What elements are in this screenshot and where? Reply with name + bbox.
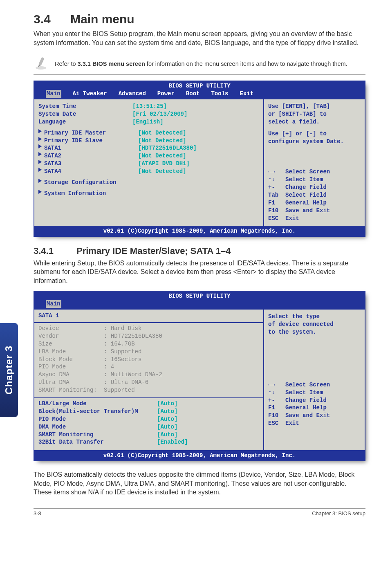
svg-point-0 xyxy=(36,66,46,70)
info-ultra-dma: Ultra DMA: Ultra DMA-6 xyxy=(38,379,259,386)
sub-title: Primary IDE Master/Slave; SATA 1–4 xyxy=(76,246,231,256)
row-sata2[interactable]: SATA2[Not Detected] xyxy=(38,152,259,160)
bios-help-panel: Use [ENTER], [TAB] or [SHIFT-TAB] to sel… xyxy=(264,99,365,226)
panel-title: SATA 1 xyxy=(34,310,263,323)
bios-statusbar-2: v02.61 (C)Copyright 1985-2009, American … xyxy=(34,451,365,461)
row-system-date[interactable]: System Date[Fri 02/13/2009] xyxy=(38,110,259,118)
bios-help-panel-2: Select the type of device connected to t… xyxy=(264,310,365,450)
tab-power[interactable]: Power xyxy=(157,90,175,98)
opt-lba-large[interactable]: LBA/Large Mode[Auto] xyxy=(38,400,259,408)
row-system-time[interactable]: System Time[13:51:25] xyxy=(38,103,259,110)
opt-block[interactable]: Block(Multi-sector Transfer)M[Auto] xyxy=(38,408,259,415)
heading-num: 3.4 xyxy=(34,12,70,26)
tab-main-2[interactable]: Main xyxy=(46,300,61,308)
bios-screen-sata: BIOS SETUP UTILITY Main SATA 1 Device: H… xyxy=(34,291,365,461)
footer-page-num: 3-8 xyxy=(34,510,41,516)
row-sata3[interactable]: SATA3[ATAPI DVD DH1] xyxy=(38,160,259,168)
tab-tools[interactable]: Tools xyxy=(211,90,228,98)
bios-title: BIOS SETUP UTILITY xyxy=(34,81,365,90)
info-async-dma: Async DMA: MultiWord DMA-2 xyxy=(38,371,259,379)
info-pio: PIO Mode: 4 xyxy=(38,363,259,371)
info-device: Device: Hard Disk xyxy=(38,325,259,332)
chapter-side-tab: Chapter 3 xyxy=(0,323,18,417)
tab-main[interactable]: Main xyxy=(46,90,61,98)
info-smart: SMART Monitoring:Supported xyxy=(38,386,259,394)
footer-chapter: Chapter 3: BIOS setup xyxy=(312,510,365,516)
info-vendor: Vendor: HDT722516DLA380 xyxy=(38,332,259,340)
note-text: Refer to 3.3.1 BIOS menu screen for info… xyxy=(50,60,365,68)
intro-paragraph: When you enter the BIOS Setup program, t… xyxy=(34,29,365,47)
svg-rect-1 xyxy=(38,57,45,66)
page-heading: 3.4Main menu xyxy=(34,12,365,26)
post-paragraph: The BIOS automatically detects the value… xyxy=(34,470,365,497)
tab-ai-tweaker[interactable]: Ai Tweaker xyxy=(73,90,107,98)
sub-intro: While entering Setup, the BIOS automatic… xyxy=(34,259,365,285)
opt-pio[interactable]: PIO Mode[Auto] xyxy=(38,415,259,423)
row-sata1[interactable]: SATA1[HDT722516DLA380] xyxy=(38,144,259,152)
tab-exit[interactable]: Exit xyxy=(240,90,253,98)
bios-screen-main: BIOS SETUP UTILITY Main Ai Tweaker Advan… xyxy=(34,81,365,236)
opt-dma[interactable]: DMA Mode[Auto] xyxy=(38,423,259,431)
info-block: Block Mode: 16Sectors xyxy=(38,356,259,364)
pencil-note-icon xyxy=(34,56,50,72)
subsection-heading: 3.4.1Primary IDE Master/Slave; SATA 1–4 xyxy=(34,246,365,256)
row-system-info[interactable]: System Information xyxy=(38,190,259,197)
bios-statusbar: v02.61 (C)Copyright 1985-2009, American … xyxy=(34,227,365,237)
bios-menubar[interactable]: Main Ai Tweaker Advanced Power Boot Tool… xyxy=(34,90,365,99)
row-sata4[interactable]: SATA4[Not Detected] xyxy=(38,168,259,175)
row-primary-ide-master[interactable]: Primary IDE Master[Not Detected] xyxy=(38,129,259,137)
row-storage-config[interactable]: Storage Configuration xyxy=(38,179,259,186)
note-box: Refer to 3.3.1 BIOS menu screen for info… xyxy=(34,53,365,75)
sub-num: 3.4.1 xyxy=(34,246,76,256)
tab-advanced[interactable]: Advanced xyxy=(119,90,146,98)
tab-boot[interactable]: Boot xyxy=(186,90,200,98)
bios-left-panel-2: SATA 1 Device: Hard Disk Vendor: HDT7225… xyxy=(34,310,264,450)
opt-smart[interactable]: SMART Monitoring[Auto] xyxy=(38,431,259,439)
bios-title-2: BIOS SETUP UTILITY xyxy=(34,291,365,300)
bios-menubar-2[interactable]: Main xyxy=(34,300,365,310)
bios-left-panel: System Time[13:51:25] System Date[Fri 02… xyxy=(34,99,264,226)
opt-32bit[interactable]: 32Bit Data Transfer[Enabled] xyxy=(38,438,259,446)
row-language[interactable]: Language[English] xyxy=(38,118,259,126)
info-lba: LBA Mode: Supported xyxy=(38,348,259,356)
row-primary-ide-slave[interactable]: Primary IDE Slave[Not Detected] xyxy=(38,137,259,145)
info-size: Size: 164.7GB xyxy=(38,340,259,348)
page-footer: 3-8 Chapter 3: BIOS setup xyxy=(34,508,365,516)
heading-title: Main menu xyxy=(70,12,134,26)
